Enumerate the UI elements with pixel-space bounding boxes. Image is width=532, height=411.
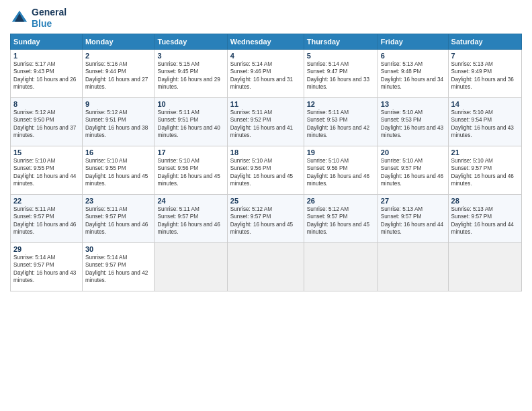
day-info: Sunrise: 5:11 AMSunset: 9:53 PMDaylight:… <box>307 109 375 140</box>
day-number: 23 <box>85 197 152 205</box>
day-cell-19: 19Sunrise: 5:10 AMSunset: 9:56 PMDayligh… <box>304 146 378 194</box>
day-info: Sunrise: 5:13 AMSunset: 9:57 PMDaylight:… <box>381 205 445 236</box>
empty-cell <box>448 242 521 291</box>
day-info: Sunrise: 5:10 AMSunset: 9:56 PMDaylight:… <box>230 157 301 188</box>
day-info: Sunrise: 5:14 AMSunset: 9:47 PMDaylight:… <box>307 60 375 91</box>
day-cell-20: 20Sunrise: 5:10 AMSunset: 9:57 PMDayligh… <box>378 146 448 194</box>
day-number: 17 <box>157 148 224 156</box>
day-cell-9: 9Sunrise: 5:12 AMSunset: 9:51 PMDaylight… <box>82 97 154 146</box>
header: General Blue <box>10 7 522 30</box>
empty-cell <box>378 242 448 291</box>
day-info: Sunrise: 5:10 AMSunset: 9:56 PMDaylight:… <box>157 157 224 188</box>
day-number: 18 <box>230 148 301 156</box>
day-number: 29 <box>13 245 79 253</box>
day-info: Sunrise: 5:10 AMSunset: 9:55 PMDaylight:… <box>13 157 79 188</box>
day-info: Sunrise: 5:10 AMSunset: 9:57 PMDaylight:… <box>451 157 519 188</box>
day-number: 11 <box>230 100 301 108</box>
day-cell-10: 10Sunrise: 5:11 AMSunset: 9:51 PMDayligh… <box>154 97 227 146</box>
day-info: Sunrise: 5:11 AMSunset: 9:57 PMDaylight:… <box>13 205 79 236</box>
day-cell-5: 5Sunrise: 5:14 AMSunset: 9:47 PMDaylight… <box>304 49 378 97</box>
day-cell-6: 6Sunrise: 5:13 AMSunset: 9:48 PMDaylight… <box>378 49 448 97</box>
day-info: Sunrise: 5:12 AMSunset: 9:57 PMDaylight:… <box>307 205 375 236</box>
week-row-5: 29Sunrise: 5:14 AMSunset: 9:57 PMDayligh… <box>11 242 522 291</box>
day-cell-17: 17Sunrise: 5:10 AMSunset: 9:56 PMDayligh… <box>154 146 227 194</box>
day-number: 10 <box>157 100 224 108</box>
day-info: Sunrise: 5:13 AMSunset: 9:48 PMDaylight:… <box>381 60 445 91</box>
header-cell-wednesday: Wednesday <box>227 34 304 49</box>
day-cell-30: 30Sunrise: 5:14 AMSunset: 9:57 PMDayligh… <box>82 242 154 291</box>
day-info: Sunrise: 5:10 AMSunset: 9:55 PMDaylight:… <box>85 157 152 188</box>
day-cell-18: 18Sunrise: 5:10 AMSunset: 9:56 PMDayligh… <box>227 146 304 194</box>
day-info: Sunrise: 5:11 AMSunset: 9:57 PMDaylight:… <box>85 205 152 236</box>
day-info: Sunrise: 5:12 AMSunset: 9:50 PMDaylight:… <box>13 109 79 140</box>
day-cell-13: 13Sunrise: 5:10 AMSunset: 9:53 PMDayligh… <box>378 97 448 146</box>
day-cell-23: 23Sunrise: 5:11 AMSunset: 9:57 PMDayligh… <box>82 194 154 242</box>
day-number: 3 <box>157 52 224 60</box>
logo: General Blue <box>10 7 66 30</box>
day-number: 25 <box>230 197 301 205</box>
week-row-4: 22Sunrise: 5:11 AMSunset: 9:57 PMDayligh… <box>11 194 522 242</box>
week-row-3: 15Sunrise: 5:10 AMSunset: 9:55 PMDayligh… <box>11 146 522 194</box>
empty-cell <box>304 242 378 291</box>
header-cell-sunday: Sunday <box>11 34 83 49</box>
day-info: Sunrise: 5:12 AMSunset: 9:51 PMDaylight:… <box>85 109 152 140</box>
day-number: 4 <box>230 52 301 60</box>
day-cell-16: 16Sunrise: 5:10 AMSunset: 9:55 PMDayligh… <box>82 146 154 194</box>
day-cell-7: 7Sunrise: 5:13 AMSunset: 9:49 PMDaylight… <box>448 49 521 97</box>
calendar-table: SundayMondayTuesdayWednesdayThursdayFrid… <box>10 34 522 291</box>
day-cell-2: 2Sunrise: 5:16 AMSunset: 9:44 PMDaylight… <box>82 49 154 97</box>
day-number: 1 <box>13 52 79 60</box>
empty-cell <box>154 242 227 291</box>
day-number: 13 <box>381 100 445 108</box>
header-cell-monday: Monday <box>82 34 154 49</box>
day-number: 14 <box>451 100 519 108</box>
day-number: 19 <box>307 148 375 156</box>
day-number: 30 <box>85 245 152 253</box>
day-info: Sunrise: 5:11 AMSunset: 9:51 PMDaylight:… <box>157 109 224 140</box>
day-number: 2 <box>85 52 152 60</box>
day-number: 12 <box>307 100 375 108</box>
day-info: Sunrise: 5:14 AMSunset: 9:57 PMDaylight:… <box>13 254 79 285</box>
day-number: 28 <box>451 197 519 205</box>
week-row-1: 1Sunrise: 5:17 AMSunset: 9:43 PMDaylight… <box>11 49 522 97</box>
day-info: Sunrise: 5:13 AMSunset: 9:57 PMDaylight:… <box>451 205 519 236</box>
day-info: Sunrise: 5:12 AMSunset: 9:57 PMDaylight:… <box>230 205 301 236</box>
calendar-header-row: SundayMondayTuesdayWednesdayThursdayFrid… <box>11 34 522 49</box>
day-number: 8 <box>13 100 79 108</box>
day-number: 20 <box>381 148 445 156</box>
day-info: Sunrise: 5:11 AMSunset: 9:52 PMDaylight:… <box>230 109 301 140</box>
day-cell-22: 22Sunrise: 5:11 AMSunset: 9:57 PMDayligh… <box>11 194 83 242</box>
day-cell-4: 4Sunrise: 5:14 AMSunset: 9:46 PMDaylight… <box>227 49 304 97</box>
day-cell-27: 27Sunrise: 5:13 AMSunset: 9:57 PMDayligh… <box>378 194 448 242</box>
day-cell-28: 28Sunrise: 5:13 AMSunset: 9:57 PMDayligh… <box>448 194 521 242</box>
week-row-2: 8Sunrise: 5:12 AMSunset: 9:50 PMDaylight… <box>11 97 522 146</box>
day-number: 9 <box>85 100 152 108</box>
day-info: Sunrise: 5:13 AMSunset: 9:49 PMDaylight:… <box>451 60 519 91</box>
day-cell-1: 1Sunrise: 5:17 AMSunset: 9:43 PMDaylight… <box>11 49 83 97</box>
day-info: Sunrise: 5:11 AMSunset: 9:57 PMDaylight:… <box>157 205 224 236</box>
day-cell-3: 3Sunrise: 5:15 AMSunset: 9:45 PMDaylight… <box>154 49 227 97</box>
day-cell-15: 15Sunrise: 5:10 AMSunset: 9:55 PMDayligh… <box>11 146 83 194</box>
day-number: 26 <box>307 197 375 205</box>
day-info: Sunrise: 5:10 AMSunset: 9:57 PMDaylight:… <box>381 157 445 188</box>
day-info: Sunrise: 5:14 AMSunset: 9:57 PMDaylight:… <box>85 254 152 285</box>
day-number: 7 <box>451 52 519 60</box>
day-cell-8: 8Sunrise: 5:12 AMSunset: 9:50 PMDaylight… <box>11 97 83 146</box>
day-cell-14: 14Sunrise: 5:10 AMSunset: 9:54 PMDayligh… <box>448 97 521 146</box>
day-number: 6 <box>381 52 445 60</box>
day-number: 5 <box>307 52 375 60</box>
day-number: 24 <box>157 197 224 205</box>
day-info: Sunrise: 5:16 AMSunset: 9:44 PMDaylight:… <box>85 60 152 91</box>
day-cell-12: 12Sunrise: 5:11 AMSunset: 9:53 PMDayligh… <box>304 97 378 146</box>
day-info: Sunrise: 5:17 AMSunset: 9:43 PMDaylight:… <box>13 60 79 91</box>
day-cell-29: 29Sunrise: 5:14 AMSunset: 9:57 PMDayligh… <box>11 242 83 291</box>
day-cell-26: 26Sunrise: 5:12 AMSunset: 9:57 PMDayligh… <box>304 194 378 242</box>
header-cell-thursday: Thursday <box>304 34 378 49</box>
day-info: Sunrise: 5:10 AMSunset: 9:54 PMDaylight:… <box>451 109 519 140</box>
day-info: Sunrise: 5:10 AMSunset: 9:56 PMDaylight:… <box>307 157 375 188</box>
day-info: Sunrise: 5:15 AMSunset: 9:45 PMDaylight:… <box>157 60 224 91</box>
day-number: 27 <box>381 197 445 205</box>
day-cell-25: 25Sunrise: 5:12 AMSunset: 9:57 PMDayligh… <box>227 194 304 242</box>
header-cell-tuesday: Tuesday <box>154 34 227 49</box>
header-cell-friday: Friday <box>378 34 448 49</box>
